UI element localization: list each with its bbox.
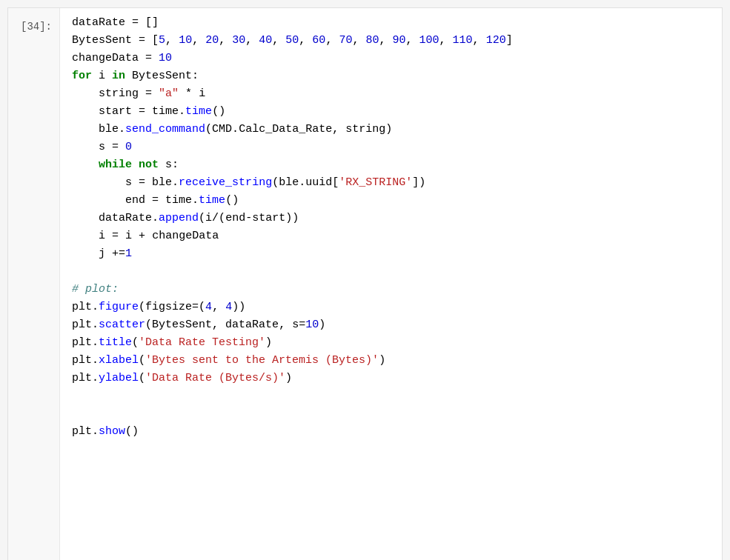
cell-label: [34]: xyxy=(14,14,52,35)
code-block: dataRate = [] BytesSent = [5, 10, 20, 30… xyxy=(72,14,713,441)
cell-gutter: [34]: xyxy=(8,8,60,560)
notebook-cell: [34]: dataRate = [] BytesSent = [5, 10, … xyxy=(7,7,723,560)
cell-content[interactable]: dataRate = [] BytesSent = [5, 10, 20, 30… xyxy=(60,8,722,560)
